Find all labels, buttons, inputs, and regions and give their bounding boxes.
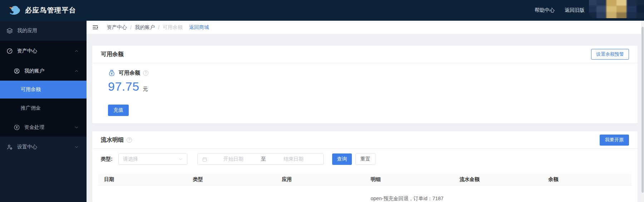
user-gear-icon [6, 144, 13, 150]
sidebar-item-label: 我的应用 [17, 27, 37, 34]
chevron-up-icon [74, 49, 79, 53]
dashboard-icon [6, 48, 13, 54]
sidebar-item-label: 设置中心 [17, 144, 37, 150]
sidebar-item-my-account[interactable]: 我的账户 [0, 61, 87, 81]
type-select[interactable]: 请选择 [118, 153, 187, 165]
yen-circle-icon [14, 124, 20, 131]
column-header-app: 应用 [276, 176, 365, 183]
top-header: 必应鸟管理平台 帮助中心 返回旧版 [0, 0, 644, 21]
sidebar-item-fund-processing[interactable]: 资金处理 [0, 118, 87, 137]
user-circle-icon [14, 68, 20, 74]
breadcrumb-current: 可用余额 [163, 24, 183, 31]
flow-filter-row: 类型: 请选择 开始日期 至 结束日期 查询 重置 [101, 153, 629, 165]
breadcrumb-bar: 资产中心 / 我的账户 / 可用余额 返回商城 [87, 21, 644, 34]
table-row: open-预充金回退，订单id：7187 [98, 186, 631, 202]
bird-logo-icon [9, 5, 21, 16]
back-to-old-link[interactable]: 返回旧版 [565, 7, 585, 14]
cell-date [98, 186, 187, 202]
balance-label: 可用余额 [119, 70, 140, 76]
breadcrumb-my-account[interactable]: 我的账户 [135, 24, 155, 31]
available-balance-card: 可用余额 设置余额预警 可用余额 ? 97.75 元 充值 [92, 46, 638, 123]
column-header-balance: 余额 [543, 176, 632, 183]
end-date-field[interactable]: 结束日期 [268, 156, 319, 162]
cell-amount [454, 186, 543, 202]
sidebar-item-label: 资产中心 [17, 48, 37, 54]
redacted-user-mosaic [589, 0, 644, 18]
balance-unit: 元 [143, 86, 148, 92]
sidebar-item-label: 资金处理 [24, 124, 44, 131]
date-range-to-label: 至 [259, 156, 268, 162]
scrollbar-track [641, 21, 644, 202]
sidebar-item-available-balance[interactable]: 可用余额 [0, 81, 87, 99]
brand[interactable]: 必应鸟管理平台 [0, 5, 77, 16]
cell-app [276, 186, 365, 202]
type-filter-label: 类型: [101, 156, 113, 162]
chevron-down-icon [74, 145, 79, 149]
column-header-detail: 明细 [365, 176, 454, 183]
balance-card-header: 可用余额 设置余额预警 [92, 46, 638, 63]
flow-table: 日期 类型 应用 明细 流水金额 余额 open-预充金回退，订单id：7187 [98, 174, 631, 202]
sidebar-item-label: 我的账户 [24, 68, 44, 74]
balance-amount: 97.75 [108, 78, 139, 95]
breadcrumb-asset-center[interactable]: 资产中心 [107, 24, 127, 31]
start-date-field[interactable]: 开始日期 [208, 156, 259, 162]
flow-details-card: 流水明细 ? 我要开票 类型: 请选择 开始日期 至 结束日期 查询 重置 日期… [92, 131, 638, 202]
recharge-button[interactable]: 充值 [108, 105, 129, 116]
chevron-down-icon [178, 157, 183, 161]
sidebar-group-asset-center: 资产中心 我的账户 可用余额 推广佣金 资金处理 [0, 41, 87, 137]
cell-detail: open-预充金回退，订单id：7187 [365, 186, 454, 202]
calendar-icon [202, 157, 207, 162]
question-circle-icon[interactable]: ? [127, 137, 132, 143]
menu-fold-icon[interactable] [92, 24, 98, 30]
date-range-input[interactable]: 开始日期 至 结束日期 [197, 153, 324, 165]
sidebar-item-label: 推广佣金 [21, 105, 41, 111]
chevron-down-icon [74, 125, 79, 130]
type-select-placeholder: 请选择 [123, 156, 138, 162]
column-header-type: 类型 [187, 176, 276, 183]
sidebar-item-settings-center[interactable]: 设置中心 [0, 137, 87, 157]
breadcrumb: 资产中心 / 我的账户 / 可用余额 [107, 24, 183, 31]
breadcrumb-separator: / [127, 25, 135, 30]
balance-amount-row: 97.75 元 [108, 78, 629, 95]
header-nav: 帮助中心 返回旧版 [535, 0, 585, 21]
chevron-up-icon [74, 69, 79, 73]
sidebar-item-promo-commission[interactable]: 推广佣金 [0, 99, 87, 118]
column-header-date: 日期 [98, 176, 187, 183]
cell-type [187, 186, 276, 202]
balance-card-title: 可用余额 [101, 51, 124, 58]
scrollbar-thumb[interactable] [641, 27, 644, 193]
sidebar-item-label: 可用余额 [21, 86, 41, 93]
help-center-link[interactable]: 帮助中心 [535, 7, 555, 14]
cell-balance [543, 186, 632, 202]
balance-label-row: 可用余额 ? [108, 69, 629, 77]
layers-icon [6, 27, 13, 34]
flow-table-header: 日期 类型 应用 明细 流水金额 余额 [98, 174, 631, 186]
request-invoice-button[interactable]: 我要开票 [600, 135, 629, 146]
set-balance-alert-button[interactable]: 设置余额预警 [591, 49, 629, 60]
flow-card-title: 流水明细 [101, 136, 124, 144]
sidebar-item-my-apps[interactable]: 我的应用 [0, 21, 87, 41]
column-header-amount: 流水金额 [454, 176, 543, 183]
redacted-user-block[interactable] [589, 0, 644, 18]
flow-card-header: 流水明细 ? 我要开票 [92, 131, 638, 149]
brand-title: 必应鸟管理平台 [25, 6, 77, 15]
return-to-mall-link[interactable]: 返回商城 [189, 24, 209, 31]
breadcrumb-separator: / [155, 25, 163, 30]
query-button[interactable]: 查询 [332, 153, 352, 165]
money-bag-icon [108, 69, 115, 77]
sidebar: 我的应用 资产中心 我的账户 可用余额 推广佣金 [0, 21, 87, 202]
question-circle-icon[interactable]: ? [143, 70, 148, 76]
sidebar-item-asset-center[interactable]: 资产中心 [0, 41, 87, 61]
balance-card-body: 可用余额 ? 97.75 元 充值 [92, 63, 638, 116]
reset-button[interactable]: 重置 [355, 153, 375, 165]
